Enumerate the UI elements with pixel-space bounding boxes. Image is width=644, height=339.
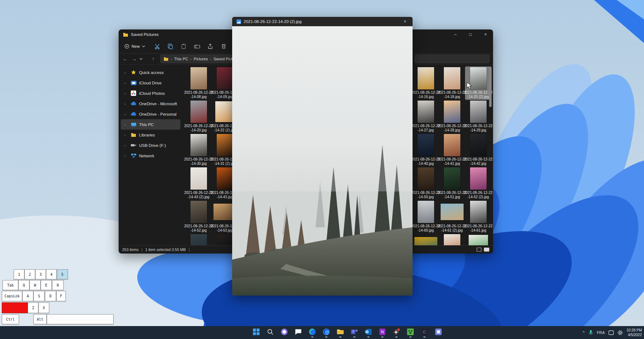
- sidebar-item-network[interactable]: ›Network: [121, 150, 180, 161]
- system-tray: ^ FRA 10:28 PM 4/5/2022: [583, 326, 642, 339]
- paste-button[interactable]: [180, 42, 188, 50]
- share-button[interactable]: [206, 42, 214, 50]
- recent-locations-button[interactable]: [139, 58, 148, 60]
- scrollbar-thumb[interactable]: [489, 67, 492, 107]
- breadcrumb-segment[interactable]: This PC: [174, 57, 188, 61]
- search-icon[interactable]: [266, 328, 275, 338]
- delete-button[interactable]: [220, 42, 227, 50]
- explorer-title: Saved Pictures: [131, 32, 158, 37]
- outlook-icon[interactable]: [364, 328, 373, 338]
- sidebar-item-icloud-drive[interactable]: ›iCloud Drive: [121, 78, 180, 88]
- minecraft-icon[interactable]: [406, 328, 415, 338]
- chat-icon[interactable]: [294, 328, 303, 338]
- file-item[interactable]: 2021-08-26-12-22-14-18.jpg: [439, 66, 465, 100]
- file-item[interactable]: 2021-08-26-12-22-14-51.jpg: [439, 167, 465, 200]
- file-item[interactable]: 2021-08-26-12-22-14-61 (2).jpg: [439, 200, 465, 233]
- file-item[interactable]: [413, 233, 439, 246]
- close-icon[interactable]: ×: [397, 17, 413, 27]
- file-item[interactable]: 2021-08-26-12-22-14-61.jpg: [465, 200, 491, 233]
- sidebar-item-usb-drive-f-[interactable]: ›USB Drive (F:): [121, 140, 180, 150]
- edge-beta-icon[interactable]: [322, 328, 331, 338]
- chevron-expand-icon[interactable]: ›: [124, 122, 128, 127]
- cortana-icon[interactable]: [280, 328, 289, 338]
- file-item[interactable]: 2021-08-26-12-22-14-52.jpg: [185, 200, 212, 233]
- sidebar-item-onedrive-personal[interactable]: ›OneDrive - Personal: [121, 109, 180, 119]
- maximize-button[interactable]: □: [463, 29, 478, 40]
- edge-glyph: [308, 328, 317, 336]
- file-item[interactable]: 2021-08-26-12-22-14-20.jpg: [185, 100, 212, 133]
- file-item[interactable]: 2021-08-26-12-22-14-42.jpg: [465, 133, 491, 167]
- file-thumbnail: [418, 101, 434, 123]
- file-item[interactable]: [185, 233, 212, 246]
- details-view-icon[interactable]: [477, 247, 482, 252]
- copy-button[interactable]: [166, 42, 174, 50]
- gear-icon[interactable]: [617, 330, 623, 335]
- chevron-expand-icon[interactable]: ›: [124, 81, 128, 85]
- file-item[interactable]: 2021-08-26-12-22-14-60.jpg: [413, 200, 439, 233]
- sidebar-item-quick-access[interactable]: ›Quick access: [121, 67, 180, 78]
- file-item[interactable]: 2021-08-26-12-22-14-28.jpg: [439, 100, 465, 133]
- file-item[interactable]: 2021-08-26-12-22-14-50.jpg: [413, 167, 439, 200]
- edge-icon[interactable]: [308, 328, 317, 338]
- file-item[interactable]: 2021-08-26-12-22-14-40.jpg: [413, 133, 439, 167]
- running-indicator-dot: [381, 336, 383, 338]
- viewer-titlebar[interactable]: 2021-08-26-12-22-14-20 (2).jpg ×: [232, 17, 413, 26]
- photo-foggy-forest: [232, 26, 413, 296]
- new-button[interactable]: New: [124, 44, 145, 49]
- sidebar-item-icloud-photos[interactable]: ›iCloud Photos: [121, 88, 180, 98]
- c-app-icon[interactable]: C: [420, 328, 429, 338]
- scrollbar[interactable]: [489, 67, 492, 244]
- file-item[interactable]: 2021-08-26-12-22-14-29.jpg: [465, 100, 491, 133]
- chevron-expand-icon[interactable]: ›: [124, 154, 128, 158]
- thumbnail-image: [217, 67, 233, 89]
- chevron-expand-icon[interactable]: ›: [124, 102, 128, 106]
- file-item[interactable]: 2021-08-26-12-22-14-52 (2).jpg: [465, 167, 491, 200]
- forward-button[interactable]: →: [130, 56, 139, 61]
- start-glyph: [252, 328, 261, 336]
- file-item[interactable]: 2021-08-26-12-22-14-30.jpg: [185, 133, 212, 167]
- key-f: F: [56, 291, 66, 301]
- search-input[interactable]: [415, 55, 489, 63]
- file-item[interactable]: [439, 233, 465, 246]
- thumbnail-view-icon[interactable]: [484, 247, 489, 252]
- file-name: 2021-08-26-12-22-14-60.jpg: [411, 224, 440, 233]
- up-button[interactable]: ↑: [149, 56, 157, 61]
- file-item[interactable]: [465, 233, 491, 246]
- sidebar-item-onedrive-microsoft[interactable]: ›OneDrive - Microsoft: [121, 98, 180, 109]
- onenote-icon[interactable]: N: [378, 328, 387, 338]
- minimize-button[interactable]: –: [448, 29, 463, 40]
- teams-icon[interactable]: T: [350, 328, 359, 338]
- c-app-glyph: C: [420, 328, 429, 336]
- back-button[interactable]: ←: [121, 56, 129, 61]
- chevron-expand-icon[interactable]: ›: [124, 133, 128, 137]
- start-button[interactable]: [252, 328, 261, 338]
- file-thumbnail: [190, 167, 207, 190]
- tray-overflow-chevron-icon[interactable]: ^: [583, 330, 585, 335]
- chevron-expand-icon[interactable]: ›: [124, 70, 128, 75]
- running-indicator-dot: [325, 336, 327, 338]
- thumbnail-image: [444, 67, 460, 89]
- file-item[interactable]: 2021-08-26-12-22-14-08.jpg: [185, 66, 212, 100]
- touch-keyboard-icon[interactable]: [608, 330, 614, 335]
- sidebar-item-libraries[interactable]: ›Libraries: [121, 130, 180, 140]
- breadcrumb-segment[interactable]: Pictures: [194, 57, 208, 61]
- file-item[interactable]: 2021-08-26-12-22-14-43 (2).jpg: [185, 167, 212, 200]
- rename-button[interactable]: [193, 42, 201, 50]
- chevron-expand-icon[interactable]: ›: [124, 91, 128, 96]
- file-item[interactable]: 2021-08-26-12-22-14-41.jpg: [439, 133, 465, 167]
- purple-app-icon[interactable]: [434, 328, 443, 338]
- cut-button[interactable]: [153, 42, 161, 50]
- search-glyph: [266, 328, 275, 336]
- close-button[interactable]: ×: [478, 29, 493, 40]
- sidebar-item-this-pc[interactable]: ›This PC: [121, 119, 180, 130]
- brave-icon[interactable]: [392, 328, 401, 338]
- chevron-expand-icon[interactable]: ›: [124, 143, 128, 148]
- mic-icon[interactable]: [588, 330, 593, 335]
- file-item[interactable]: 2021-08-26-12-22-14-16.jpg: [413, 66, 439, 100]
- outlook-glyph: [364, 328, 373, 336]
- clock[interactable]: 10:28 PM 4/5/2022: [626, 328, 642, 337]
- file-item[interactable]: 2021-08-26-12-22-14-27.jpg: [413, 100, 439, 133]
- chevron-expand-icon[interactable]: ›: [124, 112, 128, 116]
- language-indicator[interactable]: FRA: [597, 330, 605, 335]
- file-explorer-icon[interactable]: [336, 328, 345, 338]
